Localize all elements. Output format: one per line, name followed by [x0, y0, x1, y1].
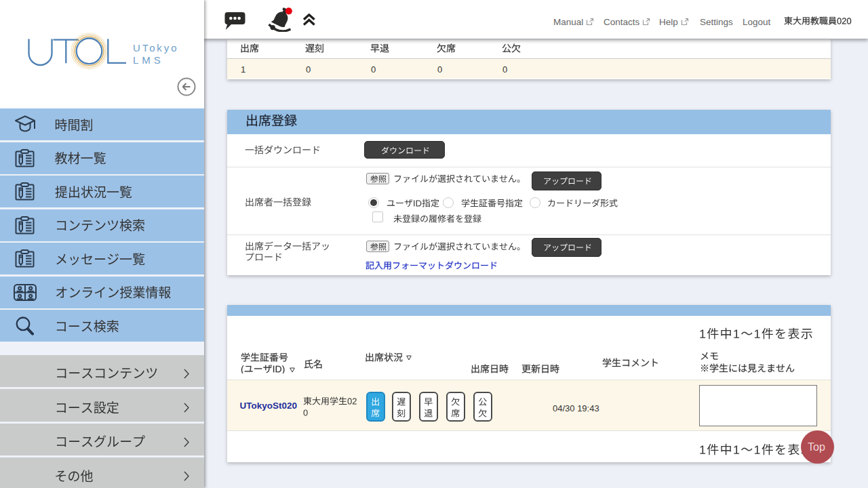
svg-text:UTokyo: UTokyo — [133, 42, 178, 54]
svg-text:LMS: LMS — [133, 54, 164, 66]
